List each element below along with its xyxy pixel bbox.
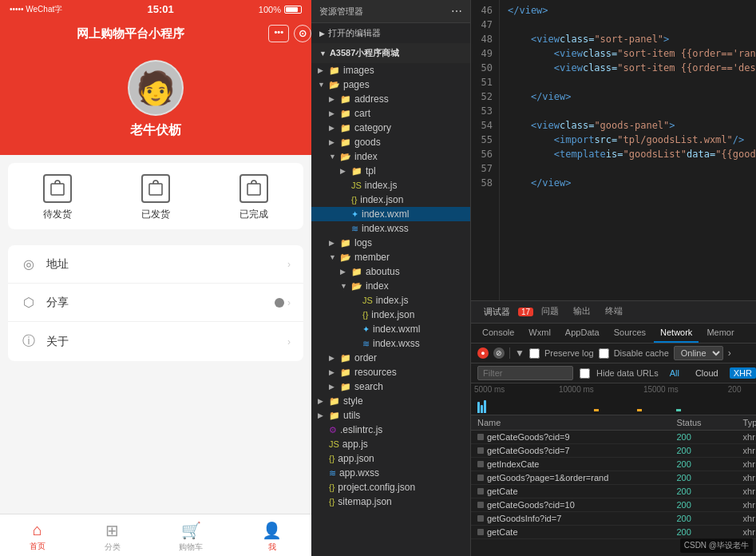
tab-sources[interactable]: Sources <box>608 324 652 343</box>
tree-index-folder[interactable]: ▼ 📂 index <box>311 149 470 164</box>
hide-data-urls-checkbox[interactable] <box>580 368 590 379</box>
nav-home[interactable]: ⌂ 首页 <box>30 521 46 553</box>
spike-3 <box>484 400 486 413</box>
hide-data-urls-label: Hide data URLs <box>596 368 659 378</box>
record-button[interactable]: ● <box>477 348 489 359</box>
network-row[interactable]: getCateGoods?cid=9 200 xhr <box>471 431 756 444</box>
clear-button[interactable]: ⊘ <box>493 348 505 359</box>
menu-item-share[interactable]: ⬡ 分享 › <box>8 284 303 322</box>
tree-member-index-js[interactable]: ▶ JS index.js <box>311 293 470 308</box>
marker-2 <box>637 409 642 411</box>
tab-wxml[interactable]: Wxml <box>522 324 557 343</box>
disable-cache-checkbox[interactable] <box>599 348 609 359</box>
order-item-complete[interactable]: 已完成 <box>239 174 268 221</box>
network-row[interactable]: getIndexCate 200 xhr <box>471 458 756 471</box>
status-indicator <box>477 447 484 454</box>
tree-resources[interactable]: ▶ 📁 resources <box>311 365 470 379</box>
target-button[interactable]: ⊙ <box>294 25 311 42</box>
all-filter-button[interactable]: All <box>665 367 684 379</box>
cloud-filter-button[interactable]: Cloud <box>691 367 723 379</box>
filter-input[interactable] <box>477 366 573 380</box>
tree-images[interactable]: ▶ 📁 images <box>311 63 470 77</box>
order-item-shipped[interactable]: 已发货 <box>141 174 170 221</box>
preserve-log-label: Preserve log <box>544 348 594 358</box>
address-icon: ◎ <box>21 256 37 272</box>
tree-sitemap[interactable]: ▶ {} sitemap.json <box>311 494 470 509</box>
tree-cart[interactable]: ▶ 📁 cart <box>311 106 470 121</box>
tree-item-name: member <box>354 252 390 263</box>
tree-item-name: index.wxml <box>373 324 420 335</box>
menu-item-about[interactable]: ⓘ 关于 › <box>8 322 303 361</box>
tree-member[interactable]: ▼ 📂 member <box>311 250 470 264</box>
status-indicator <box>477 488 484 494</box>
tree-item-name: cart <box>354 108 370 119</box>
open-editors-header[interactable]: ▶ 打开的编辑器 <box>311 23 470 43</box>
tree-index-wxml[interactable]: ▶ ✦ index.wxml <box>311 207 470 221</box>
menu-item-address[interactable]: ◎ 地址 › <box>8 245 303 284</box>
network-row[interactable]: getCate 200 xhr <box>471 526 756 539</box>
tree-category[interactable]: ▶ 📁 category <box>311 121 470 135</box>
nav-cart[interactable]: 🛒 购物车 <box>179 521 203 553</box>
shipped-icon <box>141 174 170 203</box>
tab-console[interactable]: Console <box>476 324 520 343</box>
tab-output[interactable]: 输出 <box>567 301 597 323</box>
tree-index-wxss[interactable]: ▶ ≋ index.wxss <box>311 221 470 236</box>
code-content: </view> <view class="sort-panel" > <view… <box>500 0 756 300</box>
menu-dots-button[interactable]: ••• <box>268 25 289 42</box>
code-editor: 46 47 48 49 50 51 52 53 54 55 56 57 58 <… <box>471 0 756 300</box>
tree-index-json[interactable]: ▶ {} index.json <box>311 193 470 207</box>
tree-address[interactable]: ▶ 📁 address <box>311 92 470 106</box>
tree-pages[interactable]: ▼ 📂 pages <box>311 77 470 92</box>
network-row[interactable]: getCateGoods?cid=7 200 xhr <box>471 444 756 458</box>
tree-app-wxss[interactable]: ▶ ≋ app.wxss <box>311 466 470 480</box>
tab-issues[interactable]: 问题 <box>535 301 565 323</box>
code-line <box>508 75 756 89</box>
tree-goods[interactable]: ▶ 📁 goods <box>311 135 470 149</box>
wxml-file-icon: ✦ <box>351 209 358 220</box>
tab-network[interactable]: Network <box>654 324 699 343</box>
tree-index-js[interactable]: ▶ JS index.js <box>311 178 470 193</box>
nav-me[interactable]: 👤 我 <box>262 521 282 553</box>
home-label: 首页 <box>30 541 46 552</box>
explorer-menu-icon[interactable]: ⋯ <box>451 5 462 18</box>
tree-aboutus[interactable]: ▶ 📁 aboutus <box>311 264 470 279</box>
tree-tpl[interactable]: ▶ 📁 tpl <box>311 164 470 178</box>
tree-logs[interactable]: ▶ 📁 logs <box>311 236 470 250</box>
timeline-label-15000: 15000 ms <box>643 385 728 394</box>
phone-panel: ••••• WeChat字 15:01 100% 网上购物平台小程序 ••• ⊙… <box>0 0 311 556</box>
tree-order[interactable]: ▶ 📁 order <box>311 351 470 365</box>
tree-member-index[interactable]: ▼ 📂 index <box>311 279 470 293</box>
nav-category[interactable]: ⊞ 分类 <box>105 521 121 553</box>
address-label: 地址 <box>46 257 278 272</box>
tree-project-config[interactable]: ▶ {} project.config.json <box>311 480 470 494</box>
network-throttle-select[interactable]: Online <box>674 346 723 360</box>
filter-toggle-button[interactable]: ▼ <box>515 348 524 359</box>
tab-memory[interactable]: Memor <box>700 324 740 343</box>
tree-member-index-json[interactable]: ▶ {} index.json <box>311 308 470 322</box>
tab-terminal[interactable]: 终端 <box>599 301 629 323</box>
timeline-bar: 5000 ms 10000 ms 15000 ms 200 <box>471 383 756 415</box>
more-options-icon[interactable]: › <box>728 348 731 359</box>
arrow-icon: ▶ <box>340 167 351 175</box>
project-header[interactable]: ▼ A3587小程序商城 <box>311 43 470 63</box>
network-row[interactable]: getCate 200 xhr <box>471 485 756 498</box>
devtools-tabs-bar: 调试器 17 问题 输出 终端 <box>471 301 756 324</box>
order-item-pending[interactable]: 待发货 <box>43 174 72 221</box>
tree-member-index-wxss[interactable]: ▶ ≋ index.wxss <box>311 336 470 351</box>
tree-eslintrc[interactable]: ▶ ⚙ .eslintrc.js <box>311 423 470 437</box>
tree-item-name: goods <box>354 137 381 148</box>
network-row[interactable]: getGoods?page=1&order=rand 200 xhr <box>471 471 756 485</box>
tree-style[interactable]: ▶ 📁 style <box>311 394 470 408</box>
tree-search[interactable]: ▶ 📁 search <box>311 379 470 394</box>
tab-appdata[interactable]: AppData <box>559 324 606 343</box>
tree-app-json[interactable]: ▶ {} app.json <box>311 451 470 466</box>
folder-icon: 📁 <box>329 411 340 421</box>
tree-utils[interactable]: ▶ 📁 utils <box>311 408 470 423</box>
xhr-filter-button[interactable]: XHR <box>730 367 756 379</box>
preserve-log-checkbox[interactable] <box>529 348 540 359</box>
tree-member-index-wxml[interactable]: ▶ ✦ index.wxml <box>311 322 470 336</box>
tree-app-js[interactable]: ▶ JS app.js <box>311 437 470 451</box>
network-row[interactable]: getGoodsInfo?id=7 200 xhr <box>471 512 756 526</box>
name-header: Name <box>477 418 676 427</box>
network-row[interactable]: getCateGoods?cid=10 200 xhr <box>471 498 756 512</box>
